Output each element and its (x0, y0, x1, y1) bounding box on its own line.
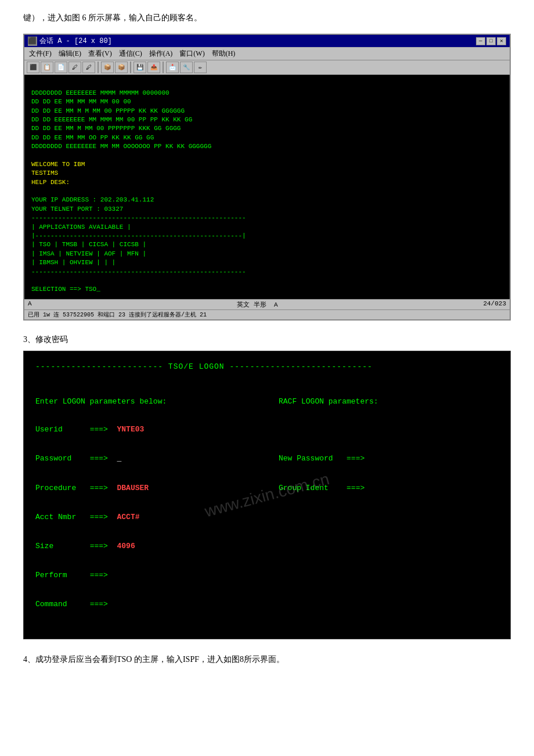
term-line-sep3: ----------------------------------------… (31, 268, 503, 276)
section3-text: 4、成功登录后应当会看到TSO 的主屏，输入ISPF，进入如图8所示界面。 (23, 653, 511, 666)
terminal-icon: ⬛ (28, 37, 37, 46)
logon-title-line: ------------------------- TSO/E LOGON --… (35, 361, 499, 373)
logon-field-newpassword-label: New Password ===> (279, 452, 499, 465)
terminal-titlebar: ⬛ 会话 A - [24 x 80] ─ □ ✕ (24, 35, 510, 48)
terminal-title: 会话 A - [24 x 80] (39, 36, 112, 46)
toolbar-btn-2[interactable]: 📋 (41, 62, 53, 73)
logon-screen: www.zixin.com.cn -----------------------… (23, 351, 511, 640)
toolbar-btn-8[interactable]: 💾 (134, 62, 146, 73)
term-line-6: DD DD EE MM MM OO PP KK KK GG GG (31, 134, 503, 142)
statusbar-mid: 英文 半形 A (237, 300, 277, 309)
terminal-window-1: ⬛ 会话 A - [24 x 80] ─ □ ✕ 文件(F) 编辑(E) 查看(… (23, 34, 511, 320)
toolbar-btn-4[interactable]: 🖊 (68, 62, 81, 73)
logon-field-perform: Perform ===> (35, 569, 255, 582)
term-line-welcome1: WELCOME TO IBM (31, 160, 503, 169)
term-line-blank2 (31, 152, 503, 160)
logon-field-userid: Userid ===> YNTE03 (35, 423, 255, 436)
terminal-statusbar2: 已用 1w 连 537522905 和端口 23 连接到了远程服务器/主机 21 (24, 309, 510, 319)
menu-ops[interactable]: 操作(A) (149, 49, 173, 59)
term-line-row2: | IMSA | NETVIEW | AOF | MFN | (31, 250, 503, 258)
toolbar-btn-7[interactable]: 📦 (115, 62, 128, 73)
menu-edit[interactable]: 编辑(E) (59, 49, 81, 59)
menu-window[interactable]: 窗口(W) (179, 49, 204, 59)
toolbar-btn-12[interactable]: ✏ (194, 62, 207, 73)
toolbar-btn-3[interactable]: 📄 (55, 62, 67, 73)
logon-field-size: Size ===> 4096 (35, 540, 255, 553)
logon-headers-row: Enter LOGON parameters below: RACF LOGON… (35, 395, 499, 408)
intro-text: 键），进入如图 6 所示屏幕，输入自己的顾客名。 (23, 12, 511, 24)
titlebar-buttons[interactable]: ─ □ ✕ (476, 37, 506, 45)
toolbar-btn-11[interactable]: 🔧 (180, 62, 193, 73)
logon-field-newpassword (279, 423, 499, 436)
term-line-blank4 (31, 276, 503, 285)
term-line-apps: | APPLICATIONS AVAILABLE | (31, 223, 503, 232)
terminal-statusbar: A 英文 半形 A 24/023 (24, 299, 510, 309)
term-line-4: DD DD EEEEEEEE MM MMM MM 00 PP PP KK KK … (31, 116, 503, 124)
term-line-selection: SELECTION ==> TSO_ (31, 285, 503, 294)
logon-left-fields: Userid ===> YNTE03 Password ===> _ Proce… (35, 423, 255, 612)
toolbar-btn-9[interactable]: 📤 (147, 62, 160, 73)
close-button[interactable]: ✕ (497, 37, 506, 45)
toolbar-btn-6[interactable]: 📦 (101, 62, 114, 73)
toolbar-sep-2 (130, 62, 131, 73)
term-line-welcome3: HELP DESK: (31, 178, 503, 187)
toolbar-btn-5[interactable]: 🖊 (82, 62, 95, 73)
logon-field-command: Command ===> (35, 598, 255, 611)
terminal-content-1: DDDDDDDD EEEEEEEE MMMM MMMMM 0000000 DD … (24, 75, 510, 298)
term-line-1: DDDDDDDD EEEEEEEE MMMM MMMMM 0000000 (31, 89, 503, 98)
section2-title: 3、修改密码 (23, 334, 511, 345)
term-line-welcome2: TESTIMS (31, 169, 503, 178)
menu-view[interactable]: 查看(V) (88, 49, 112, 59)
term-line-ip: YOUR IP ADDRESS : 202.203.41.112 (31, 196, 503, 204)
logon-right-header: RACF LOGON parameters: (279, 395, 499, 408)
term-line-2: DD DD EE MM MM MM MM 00 00 (31, 98, 503, 106)
logon-field-password: Password ===> _ (35, 452, 255, 465)
term-line-3: DD DD EE MM M M MM 00 PPPPP KK KK GGGGGG (31, 107, 503, 116)
term-line-blank1 (31, 80, 503, 88)
terminal-menubar: 文件(F) 编辑(E) 查看(V) 通信(C) 操作(A) 窗口(W) 帮助(H… (24, 48, 510, 60)
minimize-button[interactable]: ─ (476, 37, 485, 45)
logon-right-fields: New Password ===> Group Ident ===> (279, 423, 499, 612)
term-line-7: DDDDDDDD EEEEEEEE MM MM OOOOOOO PP KK KK… (31, 142, 503, 151)
menu-comm[interactable]: 通信(C) (119, 49, 142, 59)
logon-field-acctnmbr: Acct Nmbr ===> ACCT# (35, 511, 255, 524)
connection-status: 已用 1w 连 537522905 和端口 23 连接到了远程服务器/主机 21 (28, 311, 207, 319)
logon-left-header: Enter LOGON parameters below: (35, 395, 255, 408)
term-line-sep2: |---------------------------------------… (31, 232, 503, 240)
term-line-5: DD DD EE MM M MM 00 PPPPPPP KKK GG GGGG (31, 124, 503, 133)
term-line-row3: | IBMSH | OHVIEW | | | (31, 258, 503, 267)
logon-fields-row: Userid ===> YNTE03 Password ===> _ Proce… (35, 423, 499, 612)
toolbar-sep-3 (163, 62, 164, 73)
terminal-toolbar: ⬛ 📋 📄 🖊 🖊 📦 📦 💾 📤 📩 🔧 ✏ (24, 60, 510, 75)
term-line-sep1: ----------------------------------------… (31, 214, 503, 222)
term-line-blank3 (31, 187, 503, 196)
term-line-row1: | TSO | TMSB | CICSA | CICSB | (31, 240, 503, 249)
menu-file[interactable]: 文件(F) (29, 49, 52, 59)
toolbar-btn-10[interactable]: 📩 (166, 62, 179, 73)
menu-help[interactable]: 帮助(H) (212, 49, 236, 59)
titlebar-left: ⬛ 会话 A - [24 x 80] (28, 36, 112, 46)
statusbar-left: A (28, 300, 32, 309)
term-line-port: YOUR TELNET PORT : 03327 (31, 205, 503, 214)
logon-field-procedure: Procedure ===> DBAUSER (35, 482, 255, 495)
maximize-button[interactable]: □ (486, 37, 496, 45)
toolbar-sep-1 (98, 62, 99, 73)
toolbar-btn-1[interactable]: ⬛ (27, 62, 39, 73)
statusbar-right: 24/023 (483, 300, 506, 309)
logon-field-groupident: Group Ident ===> (279, 482, 499, 495)
